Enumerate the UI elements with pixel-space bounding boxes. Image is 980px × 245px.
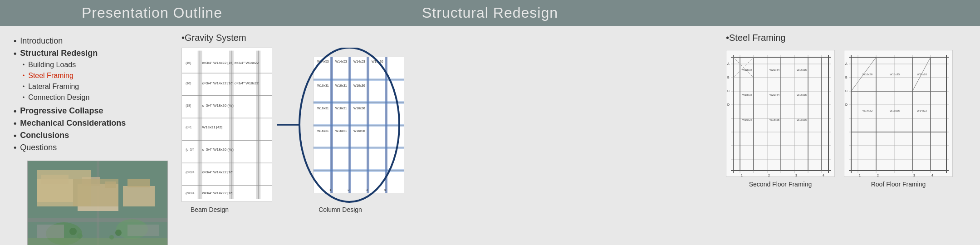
roof-floor-framing-box: W16x26 W18x35 W16x26 W14x22 W16x26 W14x2… xyxy=(844,50,953,188)
outline-label: Building Loads xyxy=(28,61,76,69)
outline-structural-redesign: • Structural Redesign xyxy=(14,47,159,59)
svg-text:W21x44: W21x44 xyxy=(769,69,780,71)
svg-text:B: B xyxy=(727,76,730,79)
roof-floor-svg: W16x26 W18x35 W16x26 W14x22 W16x26 W14x2… xyxy=(844,50,953,177)
column-schematic-svg: W14x53 W14x53 W14x53 W16x36 W16x31 W16x3… xyxy=(314,57,404,193)
outline-label: Questions xyxy=(20,143,57,152)
svg-text:W14x53: W14x53 xyxy=(353,60,365,63)
gravity-system-title: •Gravity System xyxy=(181,33,708,43)
center-panel: •Gravity System xyxy=(172,26,717,245)
svg-text:2: 2 xyxy=(348,188,350,192)
svg-text:W16x31: W16x31 xyxy=(335,129,347,132)
bullet-icon: • xyxy=(23,62,24,68)
svg-text:W16x36: W16x36 xyxy=(353,129,365,132)
svg-text:{16}: {16} xyxy=(186,82,191,85)
bullet-icon: • xyxy=(14,132,16,140)
svg-point-18 xyxy=(109,235,114,240)
svg-text:W18x35: W18x35 xyxy=(890,73,900,76)
main-content: • Introduction • Structural Redesign • B… xyxy=(0,26,980,245)
svg-rect-4 xyxy=(41,175,69,184)
svg-text:W16x26: W16x26 xyxy=(917,73,927,76)
svg-text:C: C xyxy=(845,89,848,93)
svg-point-17 xyxy=(115,230,122,236)
svg-rect-13 xyxy=(37,225,64,238)
svg-text:1: 1 xyxy=(741,174,743,177)
second-floor-framing-box: W18x35 W21x44 W18x35 W18x35 W21x44 W18x3… xyxy=(726,50,835,188)
right-panel: •Steel Framing xyxy=(717,26,980,245)
svg-text:4: 4 xyxy=(823,174,824,177)
svg-text:W18x35: W18x35 xyxy=(742,69,753,71)
header-left-title: Presentation Outline xyxy=(82,5,222,21)
svg-rect-59 xyxy=(314,78,404,81)
svg-text:3: 3 xyxy=(795,174,797,177)
svg-text:D: D xyxy=(727,103,730,106)
outline-introduction: • Introduction xyxy=(14,35,159,47)
outline-questions: • Questions xyxy=(14,142,159,154)
design-area: c=3/4" W14x22 [16] c=3/4" W14x22 c=3/4" … xyxy=(181,48,708,216)
svg-text:c=3/4" W14x22 [16]: c=3/4" W14x22 [16] xyxy=(202,191,234,195)
svg-text:W16x26: W16x26 xyxy=(797,118,807,121)
column-design-container: W14x53 W14x53 W14x53 W16x36 W16x31 W16x3… xyxy=(277,48,404,211)
svg-text:W16x36: W16x36 xyxy=(372,60,383,63)
svg-text:B: B xyxy=(845,76,848,79)
svg-text:{16}: {16} xyxy=(186,61,191,65)
svg-text:c=3/4" W14x22 [16]: c=3/4" W14x22 [16] xyxy=(202,170,234,174)
bullet-icon: • xyxy=(14,49,16,58)
svg-text:1: 1 xyxy=(859,174,861,177)
outline-label: Mechanical Considerations xyxy=(20,118,126,128)
svg-text:W16x26: W16x26 xyxy=(890,109,900,112)
svg-text:{c=3/4: {c=3/4 xyxy=(186,191,195,195)
outline-label: Progressive Collapse xyxy=(20,106,103,116)
column-design-label: Column Design xyxy=(277,206,404,213)
svg-text:3: 3 xyxy=(366,188,368,192)
svg-text:c=3/4" W14x22 [16] c=3/4" W14x: c=3/4" W14x22 [16] c=3/4" W14x22 xyxy=(202,61,259,65)
outline-conclusions: • Conclusions xyxy=(14,129,159,142)
svg-point-15 xyxy=(69,228,77,235)
header: Presentation Outline Structural Redesign xyxy=(0,0,980,26)
svg-text:4: 4 xyxy=(384,188,386,192)
steel-framing-title: •Steel Framing xyxy=(726,33,971,43)
svg-text:{c=3/4: {c=3/4 xyxy=(186,148,195,152)
svg-text:{c=3/4: {c=3/4 xyxy=(186,171,195,174)
svg-rect-14 xyxy=(127,225,159,236)
svg-text:C: C xyxy=(727,89,730,93)
outline-label: Conclusions xyxy=(20,131,69,140)
svg-point-16 xyxy=(77,233,83,239)
outline-progressive-collapse: • Progressive Collapse xyxy=(14,105,159,117)
roof-floor-schematic: W16x26 W18x35 W16x26 W14x22 W16x26 W14x2… xyxy=(844,50,953,177)
svg-text:W16x36: W16x36 xyxy=(353,84,365,87)
svg-text:W16x26: W16x26 xyxy=(742,118,753,121)
svg-text:D: D xyxy=(845,103,848,106)
svg-text:W16x31: W16x31 xyxy=(335,84,347,87)
svg-rect-7 xyxy=(105,181,116,188)
svg-text:W14x53: W14x53 xyxy=(335,60,347,63)
outline-mechanical: • Mechanical Considerations xyxy=(14,117,159,129)
bullet-icon: • xyxy=(23,73,24,78)
svg-text:W16x31: W16x31 xyxy=(335,107,347,110)
left-panel: • Introduction • Structural Redesign • B… xyxy=(0,26,172,245)
svg-text:W16x31: W16x31 xyxy=(317,107,329,110)
svg-text:3: 3 xyxy=(913,174,915,177)
svg-rect-30 xyxy=(256,51,260,199)
svg-text:W18x31 [42]: W18x31 [42] xyxy=(202,125,222,129)
svg-text:c=3/4" W18x26 (4s): c=3/4" W18x26 (4s) xyxy=(202,103,234,108)
svg-text:W16x26: W16x26 xyxy=(862,73,873,76)
svg-text:4: 4 xyxy=(931,174,933,177)
svg-text:2: 2 xyxy=(768,174,770,177)
column-schematic: W14x53 W14x53 W14x53 W16x36 W16x31 W16x3… xyxy=(313,57,404,193)
second-floor-schematic: W18x35 W21x44 W18x35 W18x35 W21x44 W18x3… xyxy=(726,50,835,177)
svg-text:W14x53: W14x53 xyxy=(317,60,329,63)
svg-rect-6 xyxy=(82,177,100,186)
svg-text:W16x31: W16x31 xyxy=(317,129,329,132)
svg-rect-62 xyxy=(314,147,404,149)
svg-rect-5 xyxy=(78,184,118,211)
outline-label: Connection Design xyxy=(28,93,89,102)
bullet-icon: • xyxy=(14,119,16,127)
svg-rect-12 xyxy=(28,238,168,245)
outline-building-loads: • Building Loads xyxy=(14,59,159,70)
svg-rect-128 xyxy=(844,50,953,177)
bullet-icon: • xyxy=(14,107,16,115)
svg-text:W16x36: W16x36 xyxy=(353,107,365,110)
bullet-icon: • xyxy=(23,84,24,89)
svg-rect-9 xyxy=(127,179,150,187)
